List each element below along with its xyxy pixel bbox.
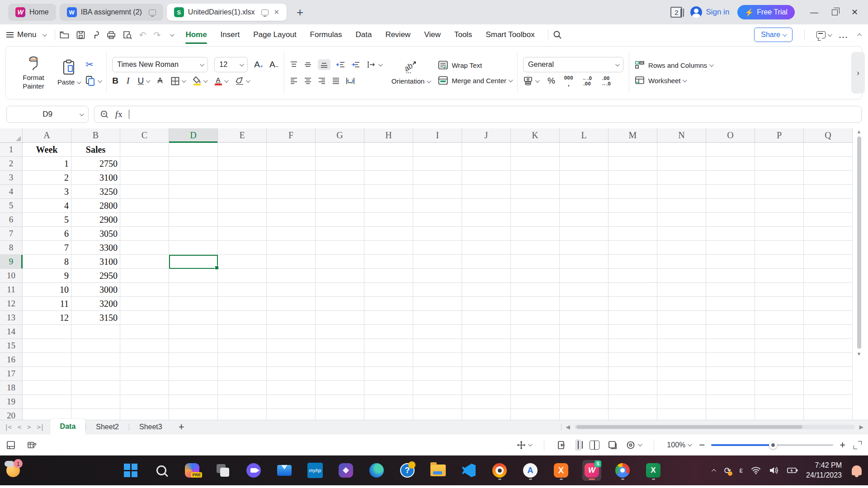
- column-header-D[interactable]: D: [169, 128, 218, 143]
- first-sheet-button[interactable]: |<: [5, 423, 11, 431]
- cell-J7[interactable]: [462, 227, 511, 241]
- taskbar-app-chrome[interactable]: [613, 460, 632, 481]
- cell-N5[interactable]: [657, 199, 706, 213]
- cell-N2[interactable]: [657, 157, 706, 171]
- cell-O12[interactable]: [706, 297, 755, 311]
- italic-button[interactable]: I: [127, 76, 129, 86]
- row-header-12[interactable]: 12: [0, 297, 23, 311]
- increase-decimal-button[interactable]: .00→.0: [601, 75, 611, 86]
- cell-E15[interactable]: [218, 339, 267, 353]
- cell-A2[interactable]: 1: [23, 157, 71, 171]
- cell-L19[interactable]: [560, 395, 609, 409]
- cell-M17[interactable]: [609, 367, 657, 381]
- menu-tab-insert[interactable]: Insert: [215, 28, 246, 42]
- cell-B13[interactable]: 3150: [71, 311, 120, 325]
- cell-Q14[interactable]: [804, 325, 853, 339]
- cell-D13[interactable]: [169, 311, 218, 325]
- cell-A1[interactable]: Week: [23, 143, 71, 157]
- format-painter-button[interactable]: Format Painter: [13, 55, 54, 91]
- cell-G5[interactable]: [316, 199, 364, 213]
- cell-E19[interactable]: [218, 395, 267, 409]
- row-header-8[interactable]: 8: [0, 241, 23, 255]
- cell-J5[interactable]: [462, 199, 511, 213]
- cell-H12[interactable]: [364, 297, 413, 311]
- new-tab-button[interactable]: +: [297, 5, 303, 19]
- cell-J8[interactable]: [462, 241, 511, 255]
- cell-H7[interactable]: [364, 227, 413, 241]
- cell-Q3[interactable]: [804, 171, 853, 185]
- cell-I13[interactable]: [413, 311, 462, 325]
- cell-D2[interactable]: [169, 157, 218, 171]
- cell-E12[interactable]: [218, 297, 267, 311]
- cell-E20[interactable]: [218, 409, 267, 420]
- hscroll-left-arrow[interactable]: ◀: [566, 424, 570, 430]
- cell-B6[interactable]: 2900: [71, 213, 120, 227]
- cell-B2[interactable]: 2750: [71, 157, 120, 171]
- cell-C14[interactable]: [120, 325, 169, 339]
- column-header-A[interactable]: A: [23, 128, 71, 143]
- language-indicator[interactable]: ε: [740, 466, 743, 475]
- zoom-level[interactable]: 100%: [667, 441, 691, 449]
- cell-Q10[interactable]: [804, 269, 853, 283]
- cell-L18[interactable]: [560, 381, 609, 395]
- underline-button[interactable]: U: [137, 76, 149, 86]
- cell-N16[interactable]: [657, 353, 706, 367]
- main-menu-button[interactable]: Menu: [6, 30, 46, 39]
- taskbar-app-vscode[interactable]: [459, 460, 478, 481]
- open-file-icon[interactable]: [60, 31, 69, 39]
- cell-K7[interactable]: [511, 227, 560, 241]
- cell-I1[interactable]: [413, 143, 462, 157]
- cell-D14[interactable]: [169, 325, 218, 339]
- cell-O3[interactable]: [706, 171, 755, 185]
- cell-L13[interactable]: [560, 311, 609, 325]
- cell-E5[interactable]: [218, 199, 267, 213]
- scroll-down-arrow[interactable]: ▼: [855, 351, 863, 357]
- row-header-9[interactable]: 9: [0, 255, 23, 269]
- cell-P19[interactable]: [755, 395, 804, 409]
- cell-G4[interactable]: [316, 185, 364, 199]
- row-header-16[interactable]: 16: [0, 353, 23, 367]
- cell-O7[interactable]: [706, 227, 755, 241]
- taskbar-app-chat[interactable]: [244, 460, 263, 481]
- page-layout-view-button[interactable]: [608, 440, 618, 450]
- align-middle-icon[interactable]: [304, 61, 312, 69]
- decrease-indent-icon[interactable]: [336, 61, 345, 69]
- cell-I10[interactable]: [413, 269, 462, 283]
- cell-F16[interactable]: [267, 353, 316, 367]
- cell-F18[interactable]: [267, 381, 316, 395]
- decrease-decimal-button[interactable]: ←.0.00: [582, 75, 592, 86]
- cell-I18[interactable]: [413, 381, 462, 395]
- cell-M9[interactable]: [609, 255, 657, 269]
- zoom-slider[interactable]: [711, 444, 833, 446]
- scroll-up-arrow[interactable]: ▲: [855, 128, 863, 135]
- menu-tab-home[interactable]: Home: [179, 28, 212, 42]
- cell-C9[interactable]: [120, 255, 169, 269]
- borders-button[interactable]: [171, 77, 185, 85]
- cell-Q5[interactable]: [804, 199, 853, 213]
- cell-E8[interactable]: [218, 241, 267, 255]
- cell-Q2[interactable]: [804, 157, 853, 171]
- cell-F7[interactable]: [267, 227, 316, 241]
- cell-K20[interactable]: [511, 409, 560, 420]
- cell-M5[interactable]: [609, 199, 657, 213]
- cell-C19[interactable]: [120, 395, 169, 409]
- cell-P18[interactable]: [755, 381, 804, 395]
- taskbar-app-wps-office[interactable]: WS: [582, 460, 601, 481]
- cell-I17[interactable]: [413, 367, 462, 381]
- column-header-O[interactable]: O: [706, 128, 755, 143]
- cell-J12[interactable]: [462, 297, 511, 311]
- cell-I14[interactable]: [413, 325, 462, 339]
- row-header-13[interactable]: 13: [0, 311, 23, 325]
- volume-icon[interactable]: [769, 466, 779, 474]
- cell-E2[interactable]: [218, 157, 267, 171]
- last-sheet-button[interactable]: >|: [37, 423, 44, 431]
- cell-J19[interactable]: [462, 395, 511, 409]
- cell-H9[interactable]: [364, 255, 413, 269]
- cell-B4[interactable]: 3250: [71, 185, 120, 199]
- save-icon[interactable]: [76, 31, 85, 39]
- prev-sheet-button[interactable]: <: [18, 423, 21, 431]
- cell-Q17[interactable]: [804, 367, 853, 381]
- cell-Q12[interactable]: [804, 297, 853, 311]
- cell-A13[interactable]: 12: [23, 311, 71, 325]
- cell-C15[interactable]: [120, 339, 169, 353]
